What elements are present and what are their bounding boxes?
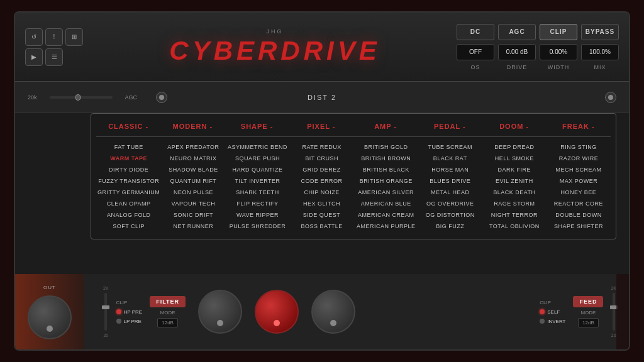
col-item-7-0[interactable]: RING STING (547, 142, 611, 152)
col-item-6-7[interactable]: TOTAL OBLIVION (482, 221, 547, 231)
col-item-2-1[interactable]: SQUARE PUSH (225, 153, 289, 163)
col-item-5-4[interactable]: METAL HEAD (418, 187, 482, 197)
col-item-4-5[interactable]: AMERICAN BLUE (354, 199, 418, 209)
col-item-0-1[interactable]: WARM TAPE (96, 153, 161, 163)
col-item-4-4[interactable]: AMERICAN SILVER (354, 187, 418, 197)
freq-slider-right[interactable] (613, 293, 615, 331)
col-item-1-2[interactable]: SHADOW BLADE (161, 165, 225, 175)
col-item-7-6[interactable]: DOUBLE DOWN (547, 210, 611, 220)
col-item-6-0[interactable]: DEEP DREAD (482, 142, 547, 152)
col-item-1-4[interactable]: NEON PULSE (161, 187, 225, 197)
col-item-5-0[interactable]: TUBE SCREAM (418, 142, 482, 152)
mode-value: 12dB (157, 318, 178, 327)
midi-button[interactable]: ⊞ (65, 28, 83, 46)
col-item-5-6[interactable]: OG DISTORTION (418, 210, 482, 220)
col-1: APEX PREDATORNEURO MATRIXSHADOW BLADEQUA… (161, 142, 225, 231)
undo-button[interactable]: ↺ (25, 28, 43, 46)
col-item-2-2[interactable]: HARD QUANTIZE (225, 165, 289, 175)
col-item-5-1[interactable]: BLACK RAT (418, 153, 482, 163)
col-item-1-3[interactable]: QUANTUM RIFT (161, 176, 225, 186)
label-row: OS DRIVE WIDTH MIX (457, 64, 619, 70)
col-item-5-3[interactable]: BLUES DRIVE (418, 176, 482, 186)
col-item-2-3[interactable]: TILT INVERTER (225, 176, 289, 186)
freq-knob[interactable] (198, 290, 242, 334)
top-right-controls: DC AGC CLIP BYPASS OFF 0.00 dB 0.00% 100… (457, 24, 619, 70)
col-item-1-1[interactable]: NEURO MATRIX (161, 153, 225, 163)
col-item-4-0[interactable]: BRITISH GOLD (354, 142, 418, 152)
drive-value[interactable]: 0.00 dB (498, 44, 536, 60)
col-item-3-2[interactable]: GRID DEREZ (290, 165, 354, 175)
col-item-7-4[interactable]: HONEY BEE (547, 187, 611, 197)
col-item-6-4[interactable]: BLACK DEATH (482, 187, 547, 197)
col-item-0-2[interactable]: DIRTY DIODE (96, 165, 161, 175)
agc-button[interactable]: AGC (498, 24, 536, 40)
col-item-6-5[interactable]: RAGE STORM (482, 199, 547, 209)
col-item-4-2[interactable]: BRITISH BLACK (354, 165, 418, 175)
col-header-1: MODERN - (160, 121, 225, 131)
col-item-0-3[interactable]: FUZZY TRANSISTOR (96, 176, 161, 186)
col-item-0-6[interactable]: ANALOG FOLD (96, 210, 161, 220)
col-item-3-3[interactable]: CODE ERROR (290, 176, 354, 186)
col-item-2-6[interactable]: WAVE RIPPER (225, 210, 289, 220)
bottom-section: OUT 2K 20 CLIP HP PRE (15, 274, 629, 349)
play-button[interactable]: ▶ (25, 48, 43, 66)
bypass-button[interactable]: BYPASS (581, 24, 619, 40)
width-value[interactable]: 0.00% (540, 44, 577, 60)
level-knob[interactable] (311, 290, 355, 334)
col-item-1-5[interactable]: VAPOUR TECH (161, 199, 225, 209)
col-item-5-5[interactable]: OG OVERDRIVE (418, 199, 482, 209)
col-item-3-5[interactable]: HEX GLITCH (290, 199, 354, 209)
col-item-2-5[interactable]: FLIP RECTIFY (225, 199, 289, 209)
col-item-3-1[interactable]: BIT CRUSH (290, 153, 354, 163)
col-item-7-7[interactable]: SHAPE SHIFTER (547, 221, 611, 231)
col-item-2-4[interactable]: SHARK TEETH (225, 187, 289, 197)
top-left-controls: ↺ ! ⊞ ▶ ☰ (25, 28, 83, 66)
col-item-1-0[interactable]: APEX PREDATOR (161, 142, 225, 152)
col-item-0-4[interactable]: GRITTY GERMANIUM (96, 187, 161, 197)
freq-slider-left[interactable] (104, 293, 107, 331)
col-item-1-6[interactable]: SONIC DRIFT (161, 210, 225, 220)
drive-knob-main[interactable] (255, 290, 299, 334)
invert-led (540, 319, 545, 324)
col-item-3-4[interactable]: CHIP NOIZE (290, 187, 354, 197)
col-item-6-1[interactable]: HELL SMOKE (482, 153, 547, 163)
power-circle[interactable] (156, 92, 167, 103)
col-item-5-2[interactable]: HORSE MAN (418, 165, 482, 175)
col-item-2-7[interactable]: PULSE SHREDDER (225, 221, 289, 231)
os-value[interactable]: OFF (457, 44, 494, 60)
menu-button[interactable]: ☰ (45, 48, 63, 66)
filter-button[interactable]: FILTER (150, 296, 186, 307)
col-item-7-1[interactable]: RAZOR WIRE (547, 153, 611, 163)
col-item-6-2[interactable]: DARK FIRE (482, 165, 547, 175)
col-item-0-7[interactable]: SOFT CLIP (96, 221, 161, 231)
power-circle-right[interactable] (605, 92, 616, 103)
col-item-6-6[interactable]: NIGHT TERROR (482, 210, 547, 220)
column-items: FAT TUBEWARM TAPEDIRTY DIODEFUZZY TRANSI… (96, 142, 611, 231)
col-header-3: PIXEL - (289, 121, 353, 131)
col-item-4-3[interactable]: BRITISH ORANGE (354, 176, 418, 186)
col-item-3-7[interactable]: BOSS BATTLE (290, 221, 354, 231)
info-button[interactable]: ! (45, 28, 63, 46)
col-item-5-7[interactable]: BIG FUZZ (418, 221, 482, 231)
out-knob-left[interactable] (28, 295, 72, 339)
col-item-7-2[interactable]: MECH SCREAM (547, 165, 611, 175)
col-item-7-5[interactable]: REACTOR CORE (547, 199, 611, 209)
column-headers: CLASSIC -MODERN -SHAPE -PIXEL -AMP -PEDA… (96, 121, 611, 137)
col-item-3-0[interactable]: RATE REDUX (290, 142, 354, 152)
os-label: OS (457, 64, 494, 70)
top-bar: ↺ ! ⊞ ▶ ☰ JHG CYBERDRIVE DC AGC CLIP BYP… (15, 13, 629, 82)
col-item-1-7[interactable]: NET RUNNER (161, 221, 225, 231)
col-item-3-6[interactable]: SIDE QUEST (290, 210, 354, 220)
dc-button[interactable]: DC (457, 24, 494, 40)
col-item-0-5[interactable]: CLEAN OPAMP (96, 199, 161, 209)
col-item-4-1[interactable]: BRITISH BROWN (354, 153, 418, 163)
col-item-4-6[interactable]: AMERICAN CREAM (354, 210, 418, 220)
col-item-7-3[interactable]: MAX POWER (547, 176, 611, 186)
clip-button[interactable]: CLIP (540, 24, 577, 40)
col-item-0-0[interactable]: FAT TUBE (96, 142, 161, 152)
col-item-4-7[interactable]: AMERICAN PURPLE (354, 221, 418, 231)
feed-button[interactable]: FEED (573, 296, 603, 307)
mix-value[interactable]: 100.0% (581, 44, 619, 60)
col-item-2-0[interactable]: ASYMMETRIC BEND (225, 142, 289, 152)
col-item-6-3[interactable]: EVIL ZENITH (482, 176, 547, 186)
